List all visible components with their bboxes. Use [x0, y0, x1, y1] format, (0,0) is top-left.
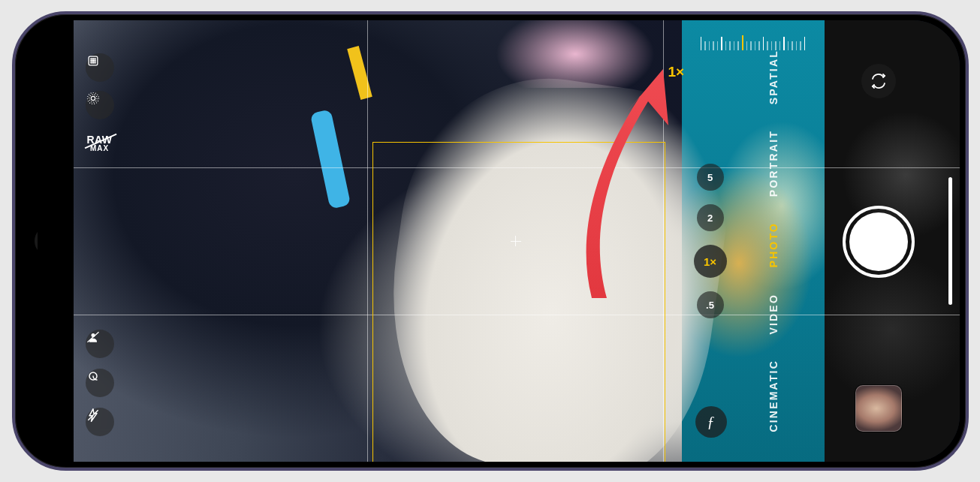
- camera-viewfinder[interactable]: [72, 20, 960, 462]
- live-photo-button[interactable]: [86, 91, 114, 119]
- person-depth-icon: [86, 330, 101, 345]
- night-mode-icon: [86, 369, 101, 384]
- shutter-button[interactable]: [843, 206, 915, 278]
- depth-control-button[interactable]: [86, 330, 114, 358]
- zoom-presets: 5 2 1× .5: [694, 164, 727, 318]
- top-left-controls: RAW MAX: [86, 53, 114, 152]
- aperture-button[interactable]: ƒ: [695, 406, 727, 438]
- zoom-preset-2x[interactable]: 2: [697, 204, 724, 231]
- mode-spatial[interactable]: SPATIAL: [767, 50, 779, 104]
- svg-point-7: [90, 62, 91, 63]
- mode-photo[interactable]: PHOTO: [767, 222, 779, 268]
- home-indicator[interactable]: [948, 177, 952, 305]
- night-mode-button[interactable]: [86, 369, 114, 397]
- zoom-preset-05x[interactable]: .5: [697, 291, 724, 318]
- switch-camera-button[interactable]: [861, 64, 896, 98]
- scene-blue: [309, 110, 350, 209]
- svg-point-3: [94, 59, 95, 59]
- zoom-preset-1x[interactable]: 1×: [694, 245, 727, 278]
- svg-point-1: [90, 59, 91, 59]
- flash-off-icon: [86, 408, 101, 423]
- mode-portrait[interactable]: PORTRAIT: [767, 130, 779, 197]
- zoom-wheel-cursor: [742, 35, 743, 50]
- svg-point-2: [92, 59, 93, 59]
- iphone-frame: RAW MAX: [12, 11, 969, 471]
- svg-point-5: [92, 60, 93, 61]
- scene-pink: [493, 20, 658, 88]
- svg-point-8: [92, 62, 93, 63]
- flash-button[interactable]: [86, 408, 114, 436]
- svg-point-4: [90, 60, 91, 61]
- svg-point-11: [89, 95, 96, 102]
- switch-camera-icon: [870, 72, 888, 90]
- dynamic-island: [38, 194, 68, 288]
- mode-cinematic[interactable]: CINEMATIC: [767, 360, 779, 432]
- right-controls: [843, 20, 915, 462]
- shutter-inner: [849, 212, 908, 271]
- svg-point-10: [91, 96, 95, 100]
- zoom-readout: 1×: [668, 64, 685, 80]
- zoom-preset-5x[interactable]: 5: [697, 164, 724, 191]
- scene-dog: [369, 60, 743, 462]
- zoom-wheel[interactable]: [656, 37, 851, 50]
- bottom-left-controls: [86, 330, 114, 436]
- camera-screen: RAW MAX: [21, 20, 960, 462]
- svg-point-6: [94, 60, 95, 61]
- mode-video[interactable]: VIDEO: [767, 294, 779, 335]
- camera-modes: SPATIAL PORTRAIT PHOTO VIDEO CINEMATIC: [767, 20, 779, 462]
- photographic-styles-button[interactable]: [86, 53, 114, 82]
- raw-toggle[interactable]: RAW MAX: [86, 134, 112, 152]
- last-photo-thumbnail[interactable]: [855, 385, 902, 432]
- scene-yellow: [347, 46, 372, 100]
- svg-point-9: [94, 62, 95, 63]
